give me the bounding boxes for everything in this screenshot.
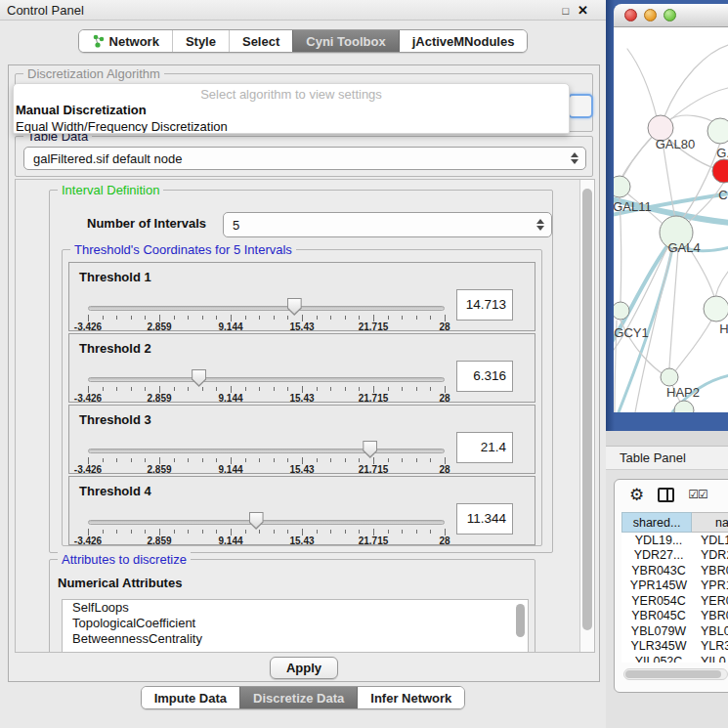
- column-header-shared[interactable]: shared...: [621, 512, 692, 533]
- table-row[interactable]: YPR145WYPR1: [621, 578, 728, 594]
- tab-label: Cyni Toolbox: [306, 34, 385, 49]
- minimize-traffic-light-icon[interactable]: [644, 9, 657, 21]
- slider-tick-labels: -3.4262.8599.14415.4321.71528: [88, 535, 445, 546]
- tab-cyni-toolbox[interactable]: Cyni Toolbox: [292, 30, 398, 52]
- float-window-icon[interactable]: □: [562, 5, 569, 17]
- split-columns-icon[interactable]: [658, 488, 674, 502]
- table-row[interactable]: YIL052CYIL0: [621, 654, 728, 663]
- threshold-row: Threshold 2 -3.4262.8599.14415.4321.7152…: [68, 333, 535, 403]
- column-header-name[interactable]: na: [692, 512, 728, 533]
- threshold-slider-track[interactable]: [88, 520, 445, 525]
- table-row[interactable]: YBR045CYBR0: [621, 609, 728, 624]
- cell-shared-name[interactable]: YPR145W: [621, 578, 696, 592]
- tab-style[interactable]: Style: [172, 30, 229, 52]
- tab-label: Select: [242, 34, 279, 49]
- cell-shared-name[interactable]: YDR27...: [621, 548, 696, 562]
- list-scrollbar-thumb[interactable]: [516, 604, 525, 637]
- attribute-list-item[interactable]: BetweennessCentrality: [63, 631, 528, 647]
- network-canvas[interactable]: GAL80G.CGAL11GAL4GCY1HHAP2: [614, 27, 728, 412]
- network-node: [707, 118, 728, 144]
- horizontal-scrollbar[interactable]: [623, 668, 728, 680]
- threshold-slider-track[interactable]: [88, 377, 445, 382]
- stepper-arrows-icon: [571, 152, 578, 164]
- cell-shared-name[interactable]: YBR045C: [621, 609, 696, 622]
- network-node: [614, 176, 630, 197]
- cell-name[interactable]: YDR2: [696, 548, 728, 562]
- network-node: [614, 302, 629, 320]
- attribute-list-item[interactable]: TopologicalCoefficient: [63, 616, 528, 631]
- algorithm-combobox[interactable]: [568, 94, 593, 118]
- network-window-titlebar[interactable]: [614, 4, 728, 27]
- table-rows: YDL19...YDL1YDR27...YDR2YBR043CYBR0YPR14…: [621, 533, 728, 663]
- threshold-slider-thumb[interactable]: [363, 441, 377, 458]
- network-node: [661, 368, 678, 386]
- tab-select[interactable]: Select: [229, 30, 292, 52]
- cell-name[interactable]: YPR1: [696, 578, 728, 592]
- vertical-scrollbar[interactable]: [579, 180, 594, 652]
- table-row[interactable]: YDL19...YDL1: [621, 533, 728, 548]
- network-edge: [664, 45, 728, 116]
- cell-shared-name[interactable]: YBL079W: [621, 624, 696, 638]
- cell-name[interactable]: YLR3: [696, 639, 728, 653]
- dropdown-option-equal-width[interactable]: Equal Width/Frequency Discretization: [14, 118, 569, 134]
- threshold-list: Threshold 1 -3.4262.8599.14415.4321.7152…: [68, 262, 535, 547]
- node-label: GAL4: [667, 240, 700, 255]
- cell-name[interactable]: YBR0: [696, 609, 728, 622]
- threshold-value-field[interactable]: 11.344: [456, 503, 513, 535]
- cell-name[interactable]: YDL1: [696, 534, 728, 547]
- vertical-scrollbar-thumb[interactable]: [582, 189, 592, 630]
- cell-name[interactable]: YER0: [696, 594, 728, 608]
- cell-name[interactable]: YIL0: [696, 655, 728, 663]
- cell-name[interactable]: YBR0: [696, 564, 728, 578]
- threshold-value-field[interactable]: 21.4: [456, 432, 513, 463]
- panel-window-controls: □ ✕: [562, 3, 588, 18]
- numerical-attributes-list[interactable]: SelfLoopsTopologicalCoefficientBetweenne…: [62, 599, 529, 653]
- tab-infer-network[interactable]: Infer Network: [357, 687, 464, 708]
- table-row[interactable]: YER054CYER0: [621, 593, 728, 609]
- attribute-list-item[interactable]: SelfLoops: [63, 600, 528, 616]
- threshold-value-field[interactable]: 6.316: [456, 361, 513, 392]
- table-panel-titlebar: Table Panel: [606, 446, 728, 470]
- slider-tick-labels: -3.4262.8599.14415.4321.71528: [88, 393, 445, 404]
- table-row[interactable]: YBL079WYBL0: [621, 623, 728, 639]
- threshold-value-field[interactable]: 14.713: [456, 289, 513, 321]
- tab-jactivemnodules[interactable]: jActiveMNodules: [399, 30, 528, 52]
- apply-button[interactable]: Apply: [270, 657, 338, 679]
- threshold-slider-thumb[interactable]: [287, 298, 302, 316]
- cell-shared-name[interactable]: YER054C: [621, 594, 696, 608]
- interval-definition-title: Interval Definition: [58, 183, 163, 197]
- tab-network[interactable]: Network: [79, 30, 172, 52]
- table-row[interactable]: YBR043CYBR0: [621, 563, 728, 578]
- threshold-slider-thumb[interactable]: [249, 512, 264, 530]
- control-panel-titlebar: Control Panel: [0, 0, 606, 21]
- threshold-slider-track[interactable]: [88, 306, 445, 311]
- network-edge: [675, 319, 712, 371]
- close-panel-icon[interactable]: ✕: [578, 3, 588, 18]
- cell-shared-name[interactable]: YLR345W: [621, 639, 696, 653]
- tab-impute-data[interactable]: Impute Data: [142, 687, 239, 708]
- cell-name[interactable]: YBL0: [696, 624, 728, 638]
- dropdown-option-manual[interactable]: Manual Discretization: [14, 102, 569, 118]
- threshold-row: Threshold 1 -3.4262.8599.14415.4321.7152…: [68, 262, 535, 331]
- cell-shared-name[interactable]: YIL052C: [621, 655, 696, 663]
- cell-shared-name[interactable]: YBR043C: [621, 564, 696, 578]
- dropdown-prompt-item[interactable]: Select algorithm to view settings: [14, 84, 569, 102]
- threshold-slider-track[interactable]: [88, 449, 445, 453]
- node-label: GAL80: [656, 137, 695, 151]
- gear-icon[interactable]: ⚙: [629, 487, 644, 503]
- table-toolbar: ⚙ ☑☑: [615, 480, 728, 509]
- table-row[interactable]: YDR27...YDR2: [621, 548, 728, 564]
- table-row[interactable]: YLR345WYLR3: [621, 639, 728, 655]
- zoom-traffic-light-icon[interactable]: [664, 9, 676, 21]
- horizontal-scrollbar-thumb[interactable]: [625, 670, 721, 678]
- table-data-combobox[interactable]: galFiltered.sif default node: [23, 147, 586, 170]
- cell-shared-name[interactable]: YDL19...: [621, 534, 696, 547]
- tab-label: Discretize Data: [253, 691, 344, 706]
- network-window-frame: GAL80G.CGAL11GAL4GCY1HHAP2: [606, 0, 728, 431]
- checkboxes-icon[interactable]: ☑☑: [688, 488, 707, 501]
- number-of-intervals-combobox[interactable]: 5: [223, 212, 552, 237]
- threshold-label: Threshold 1: [79, 270, 151, 284]
- threshold-slider-thumb[interactable]: [192, 369, 206, 387]
- tab-discretize-data[interactable]: Discretize Data: [239, 687, 357, 708]
- close-traffic-light-icon[interactable]: [624, 9, 637, 21]
